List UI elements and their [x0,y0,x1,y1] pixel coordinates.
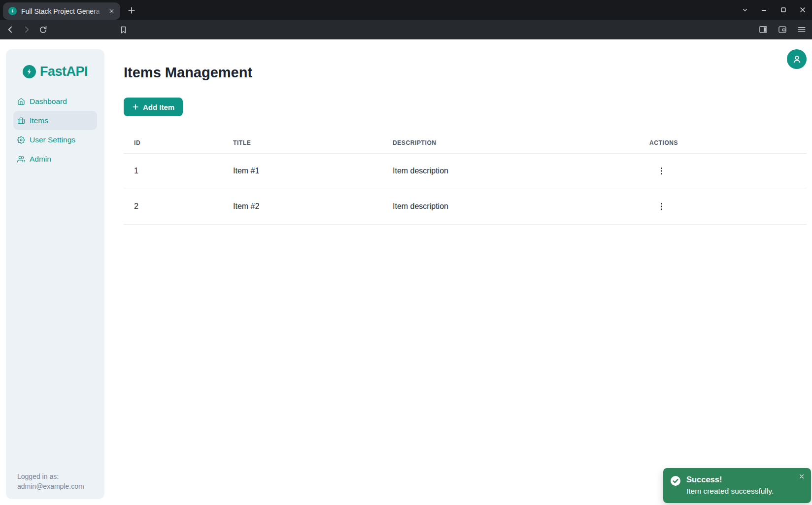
logged-in-label: Logged in as: [17,471,84,481]
window-maximize-button[interactable] [778,4,789,15]
tab-search-chevron-icon[interactable] [740,4,750,15]
bookmark-icon[interactable] [117,24,129,35]
plus-icon [132,103,139,110]
sidebar-item-dashboard[interactable]: Dashboard [13,92,97,111]
sidebar-nav: Dashboard Items User Settings Admin [6,92,104,168]
cell-title: Item #2 [223,189,382,224]
logo-text: FastAPI [40,64,88,79]
sidebar-item-label: User Settings [30,135,75,144]
fastapi-logo: FastAPI [6,64,104,79]
tab-title: Full Stack Project Genera [21,7,104,16]
sidebar-item-label: Items [30,116,48,125]
check-circle-icon [670,475,681,497]
browser-toolbar: localhost/items 1 [0,20,812,39]
table-row: 1 Item #1 Item description [124,153,807,189]
sidebar-item-label: Dashboard [30,97,67,106]
row-actions-menu-button[interactable] [654,200,668,213]
sidebar-item-label: Admin [30,155,51,164]
column-header-id: ID [124,133,223,153]
menu-hamburger-icon[interactable] [796,24,808,35]
toast-message: Item created successfully. [686,486,774,496]
sidebar-panel-icon[interactable] [757,24,769,35]
window-minimize-button[interactable] [759,4,770,15]
cell-title: Item #1 [223,153,382,189]
forward-button[interactable] [21,24,33,35]
fastapi-favicon-icon [8,7,17,15]
column-header-description: DESCRIPTION [382,133,639,153]
sidebar-item-user-settings[interactable]: User Settings [13,130,97,149]
add-item-label: Add Item [143,103,174,111]
fastapi-logo-icon [23,65,36,78]
sidebar-item-admin[interactable]: Admin [13,149,97,168]
reload-button[interactable] [37,24,49,35]
toast-title: Success! [686,474,774,484]
table-header-row: ID TITLE DESCRIPTION ACTIONS [124,133,807,153]
window-close-button[interactable] [797,4,808,15]
toast-close-icon[interactable] [798,472,806,480]
user-icon [791,54,803,65]
home-icon [17,98,25,105]
users-icon [17,155,25,163]
brave-wallet-icon[interactable] [777,24,788,35]
kebab-menu-icon [660,202,663,211]
cell-id: 2 [124,189,223,224]
user-avatar-button[interactable] [787,49,807,69]
success-toast: Success! Item created successfully. [663,468,811,503]
cell-description: Item description [382,153,639,189]
tab-close-icon[interactable] [107,7,116,16]
kebab-menu-icon [660,167,663,175]
back-button[interactable] [4,24,16,35]
logged-in-email: admin@example.com [17,481,84,491]
column-header-actions: ACTIONS [639,133,807,153]
browser-tab-strip: Full Stack Project Genera [0,0,812,20]
sidebar-item-items[interactable]: Items [13,111,97,130]
browser-tab[interactable]: Full Stack Project Genera [3,2,120,20]
column-header-title: TITLE [223,133,382,153]
page-content: FastAPI Dashboard Items User Settings Ad… [0,39,812,505]
add-item-button[interactable]: Add Item [124,98,183,116]
cell-id: 1 [124,153,223,189]
briefcase-icon [17,117,25,125]
row-actions-menu-button[interactable] [654,164,668,178]
page-title: Items Management [124,65,252,80]
logged-in-info: Logged in as: admin@example.com [17,471,84,491]
cell-description: Item description [382,189,639,224]
sidebar: FastAPI Dashboard Items User Settings Ad… [6,49,104,499]
items-table: ID TITLE DESCRIPTION ACTIONS 1 Item #1 I… [124,133,807,225]
table-row: 2 Item #2 Item description [124,189,807,224]
new-tab-button[interactable] [125,4,138,17]
gear-icon [17,136,25,144]
